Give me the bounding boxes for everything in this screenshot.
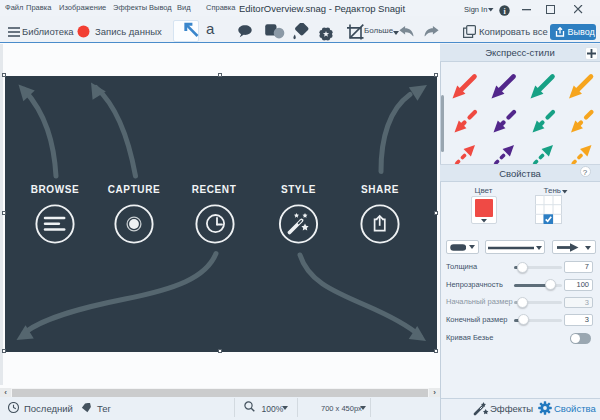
svg-text:SHARE: SHARE	[361, 184, 399, 195]
svg-text:RECENT: RECENT	[192, 184, 237, 195]
svg-text:STYLE: STYLE	[281, 184, 316, 195]
svg-text:BROWSE: BROWSE	[31, 184, 80, 195]
svg-text:CAPTURE: CAPTURE	[108, 184, 161, 195]
